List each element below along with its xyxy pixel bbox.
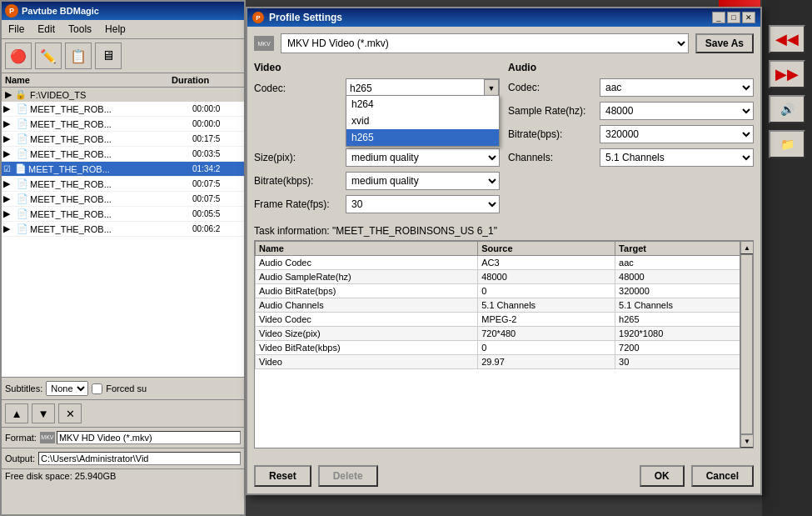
table-row: Video Size(pix) 720*480 1920*1080	[256, 327, 753, 341]
audio-samplerate-dropdown[interactable]: 48000	[600, 102, 754, 120]
menu-edit[interactable]: Edit	[34, 22, 58, 37]
app-window: P Pavtube BDMagic File Edit Tools Help 🔴…	[0, 0, 246, 516]
task-source: MPEG-2	[478, 313, 615, 327]
audio-section: Audio Codec: aac Sample Rate(hz):	[508, 62, 754, 218]
list-item[interactable]: ▶ 📄 MEET_THE_ROB... 00:07:5	[2, 192, 244, 207]
list-item[interactable]: ▶ 📄 MEET_THE_ROB... 00:00:0	[2, 102, 244, 117]
task-name: Audio BitRate(bps)	[256, 284, 478, 298]
video-codec-value: h265	[346, 81, 484, 96]
audio-bitrate-dropdown[interactable]: 320000	[600, 125, 754, 143]
task-target: 30	[615, 355, 753, 369]
folder-button[interactable]: 📁	[769, 130, 805, 158]
list-item[interactable]: ▶ 📄 MEET_THE_ROB... 00:00:0	[2, 117, 244, 132]
task-name: Audio Codec	[256, 256, 478, 270]
menu-tools[interactable]: Tools	[65, 22, 95, 37]
task-source: 29.97	[478, 355, 615, 369]
video-section: Video Codec: h265 ▼ h264	[254, 62, 500, 218]
list-item[interactable]: ▶ 📄 MEET_THE_ROB... 00:17:5	[2, 132, 244, 147]
codec-option-h264[interactable]: h264	[346, 96, 499, 113]
minimize-button[interactable]: _	[712, 12, 725, 23]
scroll-thumb[interactable]	[740, 254, 753, 434]
video-codec-options: h264 xvid h265	[346, 95, 500, 147]
profile-dropdown[interactable]: MKV HD Video (*.mkv)	[281, 33, 689, 53]
task-target: 48000	[615, 270, 753, 284]
list-item[interactable]: ▶ 📄 MEET_THE_ROB... 00:06:2	[2, 222, 244, 237]
task-source: AC3	[478, 256, 615, 270]
video-bitrate-dropdown[interactable]: medium quality	[346, 172, 500, 190]
format-icon: MKV	[40, 432, 55, 443]
dialog-titlebar: P Profile Settings _ □ ✕	[247, 8, 760, 27]
audio-codec-label: Codec:	[508, 82, 600, 93]
table-row: Audio BitRate(bps) 0 320000	[256, 284, 753, 298]
subtitles-bar: Subtitles: None Forced su	[2, 377, 244, 399]
video-bitrate-row: Bitrate(kbps): medium quality	[254, 172, 500, 190]
list-item[interactable]: ▶ 📄 MEET_THE_ROB... 00:03:5	[2, 147, 244, 162]
scroll-up[interactable]: ▲	[740, 241, 754, 254]
open-button[interactable]: 🔴	[5, 43, 32, 69]
dialog-title: Profile Settings	[269, 12, 342, 23]
codec-option-xvid[interactable]: xvid	[346, 113, 499, 129]
task-table: Name Source Target Audio Codec AC3 aac A…	[255, 241, 753, 369]
task-target: h265	[615, 313, 753, 327]
audio-codec-dropdown[interactable]: aac	[600, 78, 754, 97]
subtitles-dropdown[interactable]: None	[46, 381, 88, 396]
table-row: Audio SampleRate(hz) 48000 48000	[256, 270, 753, 284]
task-target: 5.1 Channels	[615, 298, 753, 313]
framerate-label: Frame Rate(fps):	[254, 198, 346, 210]
file-group: ▶ 🔒 F:\VIDEO_TS	[2, 88, 244, 102]
audio-bitrate-row: Bitrate(bps): 320000	[508, 125, 754, 143]
list-item[interactable]: ▶ 📄 MEET_THE_ROB... 00:07:5	[2, 177, 244, 192]
col-header-target: Target	[615, 242, 753, 256]
audio-samplerate-label: Sample Rate(hz):	[508, 105, 600, 117]
table-row: Audio Channels 5.1 Channels 5.1 Channels	[256, 298, 753, 313]
profile-selector-row: MKV MKV HD Video (*.mkv) Save As	[254, 33, 754, 53]
delete-button[interactable]: ✕	[58, 403, 82, 423]
av-sections: Video Codec: h265 ▼ h264	[254, 62, 754, 218]
rewind-button[interactable]: ◀◀	[769, 25, 805, 53]
close-button[interactable]: ✕	[742, 12, 755, 23]
forced-subtitle-checkbox[interactable]	[92, 383, 102, 394]
output-input[interactable]	[38, 452, 241, 465]
codec-option-h265[interactable]: h265	[346, 129, 499, 146]
video-size-dropdown[interactable]: medium quality	[346, 148, 500, 167]
ok-button[interactable]: OK	[640, 465, 685, 487]
video-bitrate-label: Bitrate(kbps):	[254, 175, 346, 187]
monitor-button[interactable]: 🖥	[95, 43, 122, 69]
profile-settings-dialog: P Profile Settings _ □ ✕ MKV MKV HD Vide…	[246, 7, 762, 495]
table-scrollbar[interactable]: ▲ ▼	[740, 241, 753, 448]
table-row: Video BitRate(kbps) 0 7200	[256, 341, 753, 355]
dialog-content: MKV MKV HD Video (*.mkv) Save As Video C…	[247, 27, 760, 462]
audio-channels-dropdown[interactable]: 5.1 Channels	[600, 148, 754, 167]
menu-file[interactable]: File	[5, 22, 27, 37]
scroll-down[interactable]: ▼	[740, 434, 754, 448]
save-as-button[interactable]: Save As	[695, 33, 754, 53]
maximize-button[interactable]: □	[727, 12, 740, 23]
video-section-title: Video	[254, 62, 500, 73]
table-row: Video 29.97 30	[256, 355, 753, 369]
reset-button[interactable]: Reset	[254, 465, 311, 487]
video-size-row: Size(pix): medium quality	[254, 148, 500, 167]
task-name: Video Size(pix)	[256, 327, 478, 341]
list-item[interactable]: ▶ 📄 MEET_THE_ROB... 00:05:5	[2, 207, 244, 222]
format-input[interactable]	[57, 431, 241, 444]
col-name: Name	[5, 75, 172, 85]
volume-button[interactable]: 🔊	[769, 95, 805, 123]
output-bar: Output:	[2, 448, 244, 468]
dialog-footer: Reset Delete OK Cancel	[247, 462, 760, 493]
delete-button[interactable]: Delete	[318, 465, 378, 487]
down-button[interactable]: ▼	[32, 403, 55, 423]
framerate-dropdown[interactable]: 30	[346, 195, 500, 213]
list-button[interactable]: 📋	[65, 43, 92, 69]
right-panel: ◀◀ ▶▶ 🔊 📁	[762, 0, 812, 516]
task-table-container: Name Source Target Audio Codec AC3 aac A…	[254, 240, 754, 448]
up-button[interactable]: ▲	[5, 403, 28, 423]
task-name: Video BitRate(kbps)	[256, 341, 478, 355]
menu-help[interactable]: Help	[102, 22, 129, 37]
forward-button[interactable]: ▶▶	[769, 60, 805, 88]
cancel-button[interactable]: Cancel	[691, 465, 754, 487]
dialog-titlebar-buttons: _ □ ✕	[712, 12, 755, 23]
list-item-selected[interactable]: ☑ 📄 MEET_THE_ROB... 01:34:2	[2, 162, 244, 177]
edit-button[interactable]: ✏️	[35, 43, 62, 69]
task-target: 320000	[615, 284, 753, 298]
audio-channels-label: Channels:	[508, 152, 600, 163]
